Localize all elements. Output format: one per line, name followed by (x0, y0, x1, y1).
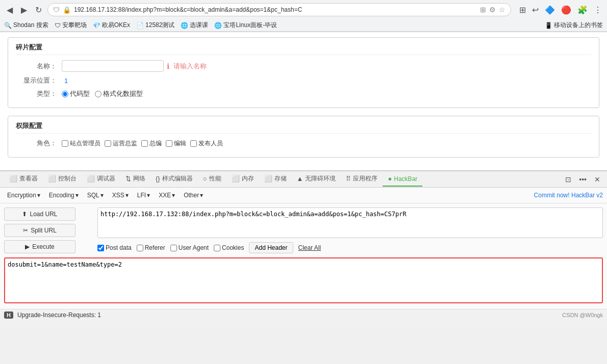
extra-button[interactable]: 🧩 (576, 4, 589, 16)
encoding-menu[interactable]: Encoding ▾ (46, 190, 82, 200)
tab-debugger[interactable]: ⬜ 调试器 (82, 171, 120, 187)
role-editor-in-chief-checkbox[interactable] (141, 140, 148, 147)
xss-menu[interactable]: XSS ▾ (109, 190, 132, 200)
role-site-admin-checkbox[interactable] (62, 140, 68, 147)
history-button[interactable]: ↩ (531, 4, 540, 16)
post-data-checkbox[interactable] (97, 245, 104, 251)
split-url-label: Split URL (31, 227, 57, 234)
hackbar-options: Post data Referer User Agent Cookies A (97, 242, 603, 253)
post-data-textarea[interactable] (4, 257, 603, 303)
post-data-option[interactable]: Post data (97, 244, 132, 251)
bookmark-baota[interactable]: 🌐 宝塔Linux面板-毕设 (214, 21, 277, 30)
bookmark-star-icon[interactable]: ☆ (499, 6, 505, 14)
name-input[interactable] (62, 60, 164, 72)
load-url-button[interactable]: ⬆ Load URL (4, 207, 75, 221)
xxe-menu[interactable]: XXE ▾ (156, 190, 178, 200)
extensions-button[interactable]: ⊞ (518, 4, 527, 16)
type-format-radio[interactable]: 格式化数据型 (95, 89, 143, 98)
url-textarea[interactable] (97, 207, 603, 238)
bookmark-shodan[interactable]: 🔍 Shodan 搜索 (4, 21, 48, 30)
role-ops-director-checkbox[interactable] (105, 140, 111, 147)
qr-icon: ⊞ (480, 6, 486, 14)
referer-option[interactable]: Referer (137, 244, 165, 251)
bookmark-course[interactable]: 🌐 选课课 (181, 21, 208, 30)
lfi-menu[interactable]: LFI ▾ (134, 190, 153, 200)
role-publisher[interactable]: 发布人员 (190, 139, 223, 148)
execute-button[interactable]: ▶ Execute (4, 240, 75, 253)
type-code-input[interactable] (62, 91, 68, 97)
tab-accessibility[interactable]: ▲ 无障碍环境 (292, 171, 341, 187)
back-button[interactable]: ◀ (4, 4, 15, 16)
storage-icon: ⬜ (264, 175, 272, 183)
type-format-input[interactable] (95, 91, 102, 97)
tab-storage-label: 存储 (274, 174, 287, 183)
role-site-admin[interactable]: 站点管理员 (62, 139, 100, 148)
role-publisher-label: 发布人员 (198, 139, 223, 148)
tab-hackbar[interactable]: ● HackBar (383, 172, 422, 187)
user-agent-label: User Agent (179, 244, 209, 251)
devtools-close-button[interactable]: ✕ (592, 174, 603, 185)
load-url-icon: ⬆ (22, 211, 27, 218)
hackbar-brand: HackBar v2 (571, 192, 603, 199)
addon-button[interactable]: 🔷 (544, 4, 556, 16)
xxe-arrow: ▾ (172, 192, 175, 199)
xss-label: XSS (112, 192, 124, 199)
cookies-checkbox[interactable] (214, 245, 220, 251)
tab-application-label: 应用程序 (353, 174, 377, 183)
xss-arrow: ▾ (125, 192, 129, 199)
clear-all-button[interactable]: Clear All (298, 244, 321, 251)
tab-memory[interactable]: ⬜ 内存 (226, 171, 259, 187)
other-menu[interactable]: Other ▾ (181, 190, 206, 200)
reload-button[interactable]: ↻ (33, 4, 44, 16)
bookmarks-bar: 🔍 Shodan 搜索 🛡 安攀靶场 💎 欧易OKEx 📄 12582测试 🌐 … (0, 19, 607, 32)
footer-credit: CSDN @W0ngk (562, 312, 603, 318)
display-pos-value[interactable]: 1 (64, 77, 68, 85)
bookmark-okex[interactable]: 💎 欧易OKEx (93, 21, 130, 30)
tab-application[interactable]: ⠿ 应用程序 (341, 171, 383, 187)
sql-menu[interactable]: SQL ▾ (84, 190, 107, 200)
debugger-icon: ⬜ (87, 175, 95, 183)
12582-icon: 📄 (136, 22, 144, 29)
referer-checkbox[interactable] (137, 245, 143, 251)
type-code-radio[interactable]: 代码型 (62, 89, 90, 98)
tab-hackbar-label: HackBar (394, 175, 417, 183)
shodan-icon: 🔍 (4, 22, 12, 29)
tab-performance[interactable]: ○ 性能 (198, 171, 226, 187)
tab-style-editor[interactable]: {} 样式编辑器 (150, 171, 198, 187)
fragment-config-section: 碎片配置 名称： ℹ 请输入名称 显示位置： 1 类型： 代码型 格式化数据型 (8, 37, 599, 108)
tab-inspector[interactable]: ⬜ 查看器 (4, 171, 43, 187)
bookmark-12582[interactable]: 📄 12582测试 (136, 21, 174, 30)
type-radio-group: 代码型 格式化数据型 (62, 89, 143, 98)
bookmark-anpan[interactable]: 🛡 安攀靶场 (55, 21, 87, 30)
menu-button[interactable]: ⋮ (593, 4, 603, 16)
user-agent-option[interactable]: User Agent (170, 244, 209, 251)
forward-button[interactable]: ▶ (18, 4, 30, 16)
commit-text: Commit now! (534, 192, 571, 199)
user-agent-checkbox[interactable] (170, 245, 177, 251)
tab-storage[interactable]: ⬜ 存储 (259, 171, 292, 187)
referer-label: Referer (145, 244, 165, 251)
role-editor-checkbox[interactable] (166, 140, 172, 147)
tab-console[interactable]: ⬜ 控制台 (43, 171, 82, 187)
execute-label: Execute (32, 243, 54, 250)
role-publisher-checkbox[interactable] (190, 140, 197, 147)
encryption-menu[interactable]: Encryption ▾ (4, 190, 43, 200)
bookmark-mobile[interactable]: 📱 移动设备上的书签 (545, 21, 603, 30)
tab-network[interactable]: ⇅ 网络 (120, 171, 150, 187)
ublock-button[interactable]: 🔴 (560, 4, 572, 16)
role-editor-in-chief[interactable]: 总编 (141, 139, 162, 148)
role-editor[interactable]: 编辑 (166, 139, 186, 148)
devtools-more-button[interactable]: ••• (576, 174, 589, 185)
sql-label: SQL (87, 192, 99, 199)
inspector-icon: ⬜ (9, 175, 17, 183)
add-header-button[interactable]: Add Header (249, 242, 293, 253)
devtools-dock-button[interactable]: ⊡ (563, 174, 574, 185)
split-url-button[interactable]: ✂ Split URL (4, 224, 75, 237)
tab-console-label: 控制台 (58, 174, 77, 183)
type-format-label: 格式化数据型 (103, 89, 143, 98)
tab-style-editor-label: 样式编辑器 (162, 174, 193, 183)
cookies-option[interactable]: Cookies (214, 244, 244, 251)
display-pos-label: 显示位置： (16, 76, 57, 85)
role-ops-director[interactable]: 运营总监 (105, 139, 137, 148)
address-bar[interactable]: 🛡 🔒 192.168.17.132:88/index.php?m=block&… (47, 3, 511, 16)
